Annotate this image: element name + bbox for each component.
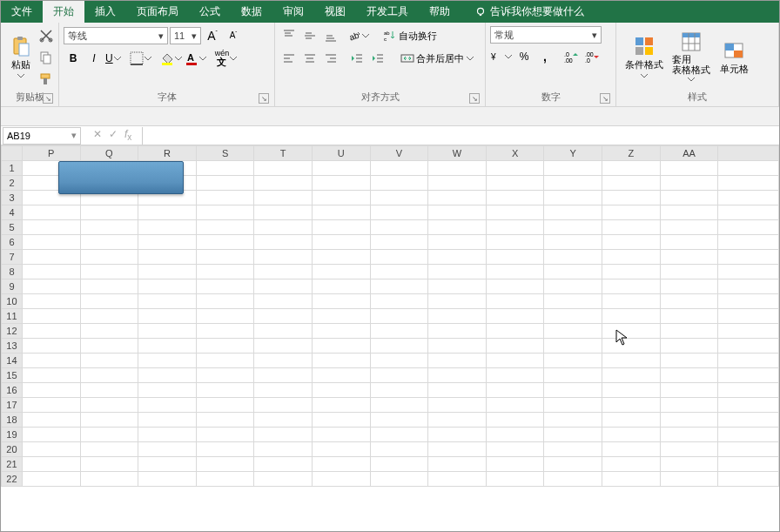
cell-X5[interactable] xyxy=(486,220,544,235)
cell-T18[interactable] xyxy=(254,413,313,428)
cell-W1[interactable] xyxy=(428,161,487,176)
cell-T1[interactable] xyxy=(254,161,313,176)
row-header-2[interactable]: 2 xyxy=(2,176,23,191)
align-bottom-button[interactable] xyxy=(321,26,340,45)
cell-X4[interactable] xyxy=(486,205,544,220)
cell-W4[interactable] xyxy=(428,205,487,220)
cell-T17[interactable] xyxy=(254,398,313,413)
cell-Y14[interactable] xyxy=(544,354,602,368)
tab-file[interactable]: 文件 xyxy=(1,1,43,23)
cell-Q11[interactable] xyxy=(80,309,138,324)
cell-Z1[interactable] xyxy=(602,161,661,176)
cell-Y16[interactable] xyxy=(544,383,602,398)
cell-T11[interactable] xyxy=(254,309,313,324)
row-header-3[interactable]: 3 xyxy=(2,191,23,205)
cell-Q12[interactable] xyxy=(80,324,138,339)
cell-S4[interactable] xyxy=(196,205,254,220)
cell-W8[interactable] xyxy=(428,265,487,279)
cell-T16[interactable] xyxy=(254,383,313,398)
cell-T22[interactable] xyxy=(254,472,313,487)
cell-S6[interactable] xyxy=(196,235,254,250)
cell-Z7[interactable] xyxy=(602,250,661,265)
col-header-V[interactable]: V xyxy=(370,146,428,161)
cell-V9[interactable] xyxy=(370,279,428,294)
cell-S13[interactable] xyxy=(196,339,254,354)
conditional-format-button[interactable]: 条件格式 xyxy=(621,26,668,89)
cell-Q19[interactable] xyxy=(80,428,138,442)
cell-Y20[interactable] xyxy=(544,442,602,457)
cancel-button[interactable]: ✕ xyxy=(93,128,102,142)
cell-U2[interactable] xyxy=(312,176,370,191)
tab-data[interactable]: 数据 xyxy=(231,1,272,23)
cell-V3[interactable] xyxy=(370,191,428,205)
cell-Z21[interactable] xyxy=(602,457,661,472)
cell-Y18[interactable] xyxy=(544,413,602,428)
cell-W3[interactable] xyxy=(428,191,487,205)
tab-home[interactable]: 开始 xyxy=(43,1,84,23)
cell-AA8[interactable] xyxy=(660,265,718,279)
cell-T13[interactable] xyxy=(254,339,313,354)
cell-W19[interactable] xyxy=(428,428,487,442)
cell-X6[interactable] xyxy=(486,235,544,250)
col-header-S[interactable]: S xyxy=(196,146,254,161)
cell-W10[interactable] xyxy=(428,294,487,309)
row-header-19[interactable]: 19 xyxy=(2,428,23,442)
cell-T12[interactable] xyxy=(254,324,313,339)
cell-W6[interactable] xyxy=(428,235,487,250)
tab-layout[interactable]: 页面布局 xyxy=(126,1,189,23)
cell-AA19[interactable] xyxy=(660,428,718,442)
tab-view[interactable]: 视图 xyxy=(314,1,356,23)
cell-X8[interactable] xyxy=(486,265,544,279)
cell-S19[interactable] xyxy=(196,428,254,442)
row-header-11[interactable]: 11 xyxy=(2,309,23,324)
cell-W22[interactable] xyxy=(428,472,487,487)
cell-R21[interactable] xyxy=(138,457,197,472)
cell-Z15[interactable] xyxy=(602,368,661,383)
cell-V19[interactable] xyxy=(370,428,428,442)
cell-Y7[interactable] xyxy=(544,250,602,265)
cell-Y17[interactable] xyxy=(544,398,602,413)
bold-button[interactable]: B xyxy=(64,49,83,68)
cell-U9[interactable] xyxy=(312,279,370,294)
cell-Z22[interactable] xyxy=(602,472,661,487)
cell-S9[interactable] xyxy=(196,279,254,294)
cell-X11[interactable] xyxy=(486,309,544,324)
col-header-AA[interactable]: AA xyxy=(660,146,718,161)
cell-P12[interactable] xyxy=(22,324,80,339)
shrink-font-button[interactable]: Aˇ xyxy=(224,26,243,45)
row-header-7[interactable]: 7 xyxy=(2,250,23,265)
font-launcher[interactable]: ↘ xyxy=(259,93,269,104)
cell-R19[interactable] xyxy=(138,428,197,442)
percent-button[interactable]: % xyxy=(514,47,534,66)
fill-color-button[interactable] xyxy=(160,51,183,65)
cell-W2[interactable] xyxy=(428,176,487,191)
comma-button[interactable]: , xyxy=(535,47,555,66)
cell-V7[interactable] xyxy=(370,250,428,265)
cell-R17[interactable] xyxy=(138,398,197,413)
cell-Y1[interactable] xyxy=(544,161,602,176)
cell-U11[interactable] xyxy=(312,309,370,324)
col-header-Z[interactable]: Z xyxy=(602,146,661,161)
cell-V17[interactable] xyxy=(370,398,428,413)
cell-Y22[interactable] xyxy=(544,472,602,487)
cell-V22[interactable] xyxy=(370,472,428,487)
cell-S1[interactable] xyxy=(196,161,254,176)
number-format-combo[interactable]: 常规▾ xyxy=(490,26,602,44)
cell-P17[interactable] xyxy=(22,398,80,413)
cell-V4[interactable] xyxy=(370,205,428,220)
cell-Q14[interactable] xyxy=(80,354,138,368)
tab-formulas[interactable]: 公式 xyxy=(189,1,231,23)
cell-AA2[interactable] xyxy=(660,176,718,191)
cell-R12[interactable] xyxy=(138,324,197,339)
underline-button[interactable]: U xyxy=(105,52,122,64)
cell-AA18[interactable] xyxy=(660,413,718,428)
col-header-X[interactable]: X xyxy=(486,146,544,161)
font-size-combo[interactable]: 11▾ xyxy=(170,27,201,44)
row-header-13[interactable]: 13 xyxy=(2,339,23,354)
cell-Y10[interactable] xyxy=(544,294,602,309)
cell-AA7[interactable] xyxy=(660,250,718,265)
tab-insert[interactable]: 插入 xyxy=(84,1,126,23)
cell-S12[interactable] xyxy=(196,324,254,339)
cell-V20[interactable] xyxy=(370,442,428,457)
cell-X14[interactable] xyxy=(486,354,544,368)
